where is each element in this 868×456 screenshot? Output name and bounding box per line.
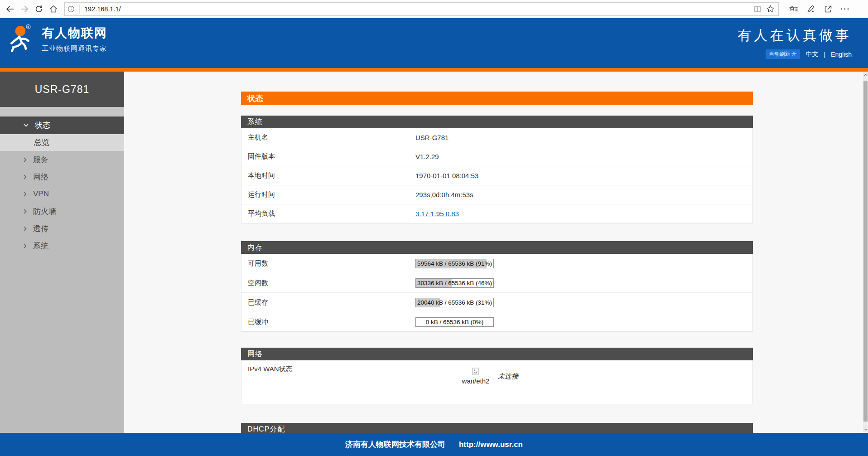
row-label: 空闲数 [241,279,415,287]
hub-button[interactable] [785,2,802,16]
sidebar-item-system[interactable]: 系统 [0,237,124,254]
web-note-button[interactable] [802,2,820,16]
home-icon [50,6,57,12]
table-row: 已缓存 20040 kB / 65536 kB (31%) [241,293,752,312]
home-button[interactable] [46,2,61,16]
more-icon: ··· [840,7,850,11]
scrollbar-thumb[interactable] [863,81,868,422]
row-label: 可用数 [241,259,415,268]
row-value: 293s,0d:0h:4m:53s [415,191,473,199]
brand-tagline: 工业物联网通讯专家 [42,44,107,53]
table-row: 已缓冲 0 kB / 65536 kB (0%) [241,312,752,331]
sidebar-item-overview[interactable]: 总览 [0,134,124,151]
table-row: 可用数 59564 kB / 65536 kB (91%) [241,254,752,273]
sidebar-group-status[interactable]: 状态 [0,116,124,134]
row-label: 平均负载 [241,209,415,218]
row-label: 已缓冲 [241,318,415,326]
network-card: 网络 IPv4 WAN状态 wan/eth2 未连接 [241,348,753,404]
lang-chinese[interactable]: 中文 [805,50,818,58]
sidebar-item-vpn[interactable]: VPN [0,185,124,203]
sidebar-gap [0,107,124,116]
sidebar-item-services[interactable]: 服务 [0,151,124,168]
wan-connection-status: 未连接 [498,372,518,381]
sidebar-item-firewall[interactable]: 防火墙 [0,203,124,220]
sidebar-item-label: 系统 [33,241,48,251]
scroll-up-icon [864,74,868,76]
table-row: 固件版本 V1.2.29 [241,147,752,166]
meter-text: 59564 kB / 65536 kB (91%) [416,259,493,268]
info-icon [68,5,75,13]
header-sub: 自动刷新 开 中文 | English [738,49,852,59]
memory-card-header: 内存 [241,241,753,254]
wan-interface[interactable]: wan/eth2 [461,368,491,385]
toolbar-right-icons: ··· [785,2,854,16]
address-separator [79,5,80,14]
url-text[interactable]: 192.168.1.1/ [84,5,751,13]
share-icon [824,5,833,14]
chevron-right-icon [24,175,27,179]
wan-interface-name: wan/eth2 [462,377,490,385]
browser-toolbar: 192.168.1.1/ ··· [0,0,868,18]
site-header: R 有人物联网 工业物联网通讯专家 有人在认真做事 自动刷新 开 中文 | En… [0,18,868,68]
row-label: 已缓存 [241,298,415,307]
back-button[interactable] [3,2,17,16]
sidebar-item-label: 透传 [33,223,48,234]
auto-refresh-toggle[interactable]: 自动刷新 开 [766,49,800,59]
device-name: USR-G781 [0,72,124,107]
meter-text: 0 kB / 65536 kB (0%) [416,318,493,326]
scroll-down-button[interactable] [863,426,868,433]
table-row: 空闲数 30336 kB / 65536 kB (46%) [241,273,752,293]
dhcp-card-header: DHCP分配 [241,423,753,433]
header-right: 有人在认真做事 自动刷新 开 中文 | English [738,26,852,59]
chevron-right-icon [24,226,27,231]
lang-english[interactable]: English [831,51,852,58]
forward-button[interactable] [17,2,32,16]
sidebar-group-label: 状态 [35,120,50,131]
row-value: 1970-01-01 08:04:53 [415,172,478,179]
back-icon [7,6,14,12]
brand-title: 有人物联网 [42,25,107,41]
memory-meter: 0 kB / 65536 kB (0%) [415,317,494,327]
sidebar-item-label: 网络 [33,172,48,182]
table-row: 运行时间 293s,0d:0h:4m:53s [241,185,752,204]
hub-favorites-icon [789,5,798,14]
more-button[interactable]: ··· [837,2,854,16]
system-card-header: 系统 [241,116,753,128]
slogan: 有人在认真做事 [738,26,852,45]
load-average-link[interactable]: 3.17 1.95 0.83 [415,210,459,218]
row-label: 主机名 [241,133,415,142]
brand-logo-icon: R [7,24,35,53]
sidebar-item-passthrough[interactable]: 透传 [0,220,124,237]
meter-text: 20040 kB / 65536 kB (31%) [416,298,493,307]
memory-meter: 20040 kB / 65536 kB (31%) [415,298,494,307]
broken-image-icon [472,368,479,376]
footer-website-link[interactable]: http://www.usr.cn [459,440,523,449]
chevron-down-icon [24,124,29,127]
page-scrollbar[interactable] [863,72,868,433]
share-button[interactable] [820,2,837,16]
reading-view-icon [753,5,762,13]
table-row: 主机名 USR-G781 [241,128,752,147]
refresh-button[interactable] [32,2,46,16]
address-bar[interactable]: 192.168.1.1/ [64,2,779,16]
network-card-header: 网络 [241,348,753,360]
reading-view-button[interactable] [751,3,764,15]
forward-icon [21,6,28,12]
brand: R 有人物联网 工业物联网通讯专家 [7,24,107,53]
brand-text: 有人物联网 工业物联网通讯专家 [42,25,107,53]
sidebar-item-label: 服务 [33,155,48,165]
scroll-down-icon [864,428,868,431]
chevron-right-icon [24,157,27,162]
main-area: 状态 系统 主机名 USR-G781 固件版本 V1.2.29 本地时间 197… [124,72,868,433]
row-value: V1.2.29 [415,153,439,160]
site-info-button[interactable] [65,3,77,15]
accent-stripe [0,68,868,72]
favorite-button[interactable] [764,3,776,15]
sidebar-item-network[interactable]: 网络 [0,168,124,185]
system-card: 系统 主机名 USR-G781 固件版本 V1.2.29 本地时间 1970-0… [241,116,753,223]
scroll-up-button[interactable] [863,72,868,78]
chevron-right-icon [24,243,27,248]
memory-meter: 59564 kB / 65536 kB (91%) [415,259,494,268]
wan-status-label: IPv4 WAN状态 [248,365,293,374]
table-row: 本地时间 1970-01-01 08:04:53 [241,166,752,185]
